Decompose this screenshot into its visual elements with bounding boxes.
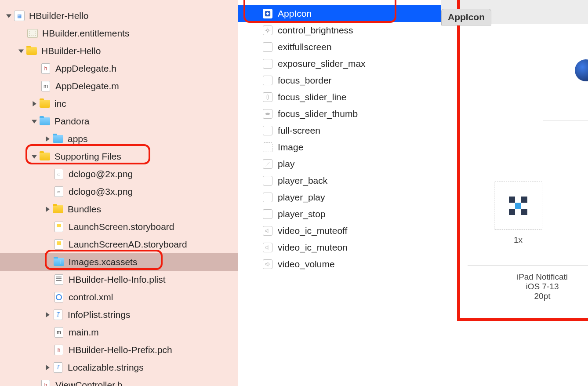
xcassets-icon bbox=[54, 257, 64, 267]
asset-player-stop[interactable]: player_stop bbox=[238, 206, 441, 222]
asset-catalog-list[interactable]: AppIcon control_brightness exitfullscree… bbox=[238, 0, 441, 386]
file-info-plist[interactable]: HBuilder-Hello-Info.plist bbox=[0, 271, 238, 288]
asset-exitfullscreen[interactable]: exitfullscreen bbox=[238, 39, 441, 55]
chevron-down-icon[interactable] bbox=[18, 47, 25, 55]
asset-focus-border[interactable]: focus_border bbox=[238, 72, 441, 89]
imageset-icon bbox=[263, 76, 272, 85]
asset-video-ic-muteoff[interactable]: video_ic_muteoff bbox=[238, 222, 441, 239]
h-file-icon: h bbox=[54, 345, 64, 355]
asset-focus-slider-line[interactable]: focus_slider_line bbox=[238, 89, 441, 106]
folder-label: Pandora bbox=[54, 116, 89, 127]
file-launchscreen[interactable]: LaunchScreen.storyboard bbox=[0, 218, 238, 236]
detail-tab[interactable]: AppIcon bbox=[441, 9, 491, 25]
file-control-xml[interactable]: control.xml bbox=[0, 288, 238, 306]
asset-control-brightness[interactable]: control_brightness bbox=[238, 22, 441, 39]
svg-point-16 bbox=[265, 113, 270, 115]
file-localizable-strings[interactable]: T Localizable.strings bbox=[0, 359, 238, 376]
folder-icon bbox=[40, 116, 50, 127]
imageset-icon bbox=[263, 92, 272, 102]
asset-player-back[interactable]: player_back bbox=[238, 172, 441, 189]
svg-marker-3 bbox=[32, 120, 37, 123]
folder-bundles[interactable]: Bundles bbox=[0, 200, 238, 218]
storyboard-icon bbox=[54, 239, 64, 250]
asset-full-screen[interactable]: full-screen bbox=[238, 122, 441, 139]
file-dclogo3x[interactable]: ▭ dclogo@3x.png bbox=[0, 183, 238, 200]
asset-detail-editor[interactable]: AppIcon 1x iPad Notificati iOS 7-13 20pt bbox=[441, 0, 588, 386]
folder-apps[interactable]: apps bbox=[0, 130, 238, 148]
chevron-right-icon[interactable] bbox=[31, 100, 38, 107]
svg-marker-0 bbox=[6, 14, 11, 18]
asset-label: focus_slider_line bbox=[278, 92, 346, 102]
folder-label: apps bbox=[68, 134, 88, 144]
imageset-icon bbox=[263, 126, 272, 135]
file-label: Images.xcassets bbox=[69, 257, 137, 267]
file-launchscreen-ad[interactable]: LaunchScreenAD.storyboard bbox=[0, 236, 238, 253]
file-label: HBuilder-Hello-Info.plist bbox=[69, 274, 166, 285]
asset-label: play bbox=[278, 159, 295, 169]
asset-label: exposure_slider_max bbox=[278, 58, 366, 69]
asset-exposure-slider-max[interactable]: exposure_slider_max bbox=[238, 55, 441, 72]
h-file-icon: h bbox=[40, 380, 51, 386]
asset-player-play[interactable]: player_play bbox=[238, 189, 441, 206]
folder-pandora[interactable]: Pandora bbox=[0, 113, 238, 130]
asset-appicon[interactable]: AppIcon bbox=[238, 5, 441, 22]
chevron-right-icon[interactable] bbox=[44, 135, 51, 142]
asset-play[interactable]: play bbox=[238, 156, 441, 172]
entitlements-icon bbox=[27, 28, 38, 39]
file-main-m[interactable]: m main.m bbox=[0, 324, 238, 341]
svg-marker-6 bbox=[46, 207, 49, 212]
file-label: control.xml bbox=[69, 292, 113, 302]
empty-imageset-icon bbox=[263, 142, 272, 152]
project-navigator[interactable]: ▦ HBuilder-Hello HBuilder.entitlements H… bbox=[0, 0, 238, 386]
png-icon: ▭ bbox=[54, 169, 64, 179]
folder-supporting-files[interactable]: Supporting Files bbox=[0, 148, 238, 165]
file-viewcontroller-h[interactable]: h ViewController.h bbox=[0, 376, 238, 386]
folder-label: Supporting Files bbox=[54, 151, 121, 162]
file-infoplist-strings[interactable]: T InfoPlist.strings bbox=[0, 306, 238, 324]
asset-image[interactable]: Image bbox=[238, 139, 441, 156]
svg-marker-8 bbox=[46, 365, 49, 370]
imageset-icon bbox=[263, 176, 272, 186]
plist-icon bbox=[54, 274, 64, 285]
folder-icon bbox=[40, 98, 50, 109]
chevron-down-icon[interactable] bbox=[31, 118, 38, 125]
chevron-right-icon[interactable] bbox=[44, 206, 51, 213]
file-label: LaunchScreen.storyboard bbox=[69, 222, 174, 232]
strings-icon: T bbox=[53, 310, 63, 320]
png-icon: ▭ bbox=[54, 186, 64, 197]
asset-video-volume[interactable]: video_volume bbox=[238, 256, 441, 273]
file-prefix-pch[interactable]: h HBuilder-Hello-Prefix.pch bbox=[0, 341, 238, 359]
file-appdelegate-h[interactable]: h AppDelegate.h bbox=[0, 60, 238, 77]
imageset-icon bbox=[263, 42, 272, 52]
svg-marker-2 bbox=[33, 101, 36, 106]
imageset-icon bbox=[263, 226, 272, 236]
file-label: main.m bbox=[69, 327, 99, 338]
asset-focus-slider-thumb[interactable]: focus_slider_thumb bbox=[238, 106, 441, 122]
file-label: HBuilder.entitlements bbox=[42, 28, 129, 39]
chevron-down-icon[interactable] bbox=[5, 12, 12, 19]
asset-video-ic-muteon[interactable]: video_ic_muteon bbox=[238, 239, 441, 256]
chevron-right-icon[interactable] bbox=[44, 364, 51, 371]
asset-label: exitfullscreen bbox=[278, 42, 332, 52]
chevron-down-icon[interactable] bbox=[31, 153, 38, 160]
file-label: InfoPlist.strings bbox=[68, 310, 130, 320]
imageset-icon bbox=[263, 259, 272, 269]
project-root[interactable]: ▦ HBuilder-Hello bbox=[0, 7, 238, 25]
file-images-xcassets[interactable]: Images.xcassets bbox=[0, 253, 238, 271]
xml-icon bbox=[54, 292, 64, 302]
asset-label: video_volume bbox=[278, 259, 335, 269]
chevron-right-icon[interactable] bbox=[44, 311, 51, 318]
file-appdelegate-m[interactable]: m AppDelegate.m bbox=[0, 77, 238, 95]
imageset-icon bbox=[263, 193, 272, 202]
folder-label: Bundles bbox=[68, 204, 101, 215]
file-entitlements[interactable]: HBuilder.entitlements bbox=[0, 25, 238, 42]
file-dclogo2x[interactable]: ▭ dclogo@2x.png bbox=[0, 165, 238, 183]
svg-marker-7 bbox=[46, 312, 49, 317]
file-label: AppDelegate.h bbox=[55, 63, 116, 74]
asset-label: video_ic_muteoff bbox=[278, 226, 347, 236]
h-file-icon: h bbox=[40, 63, 51, 74]
detail-tab-label: AppIcon bbox=[448, 12, 485, 22]
folder-target[interactable]: HBuilder-Hello bbox=[0, 42, 238, 60]
imageset-icon bbox=[263, 109, 272, 119]
folder-inc[interactable]: inc bbox=[0, 95, 238, 113]
